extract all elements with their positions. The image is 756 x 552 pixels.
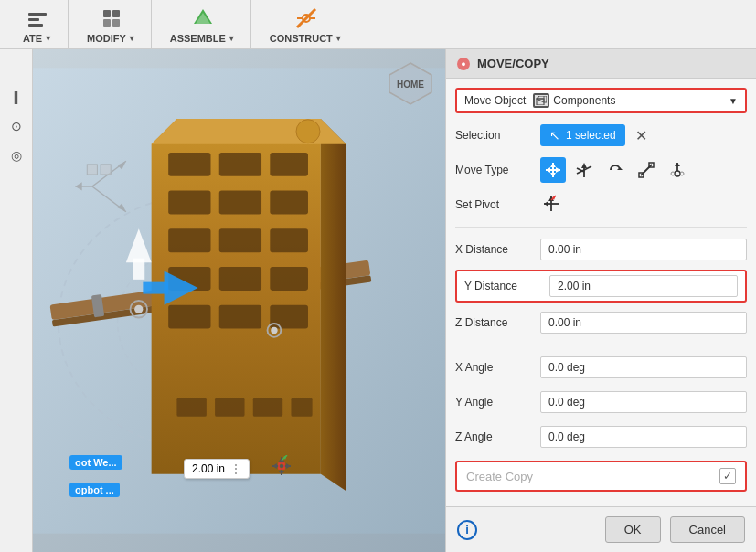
x-angle-input[interactable] (540, 356, 747, 378)
x-angle-row: X Angle (455, 353, 747, 382)
component-label-1[interactable]: oot We... (69, 455, 122, 470)
info-button[interactable]: i (457, 520, 477, 540)
move-object-row: Move Object Components ▼ (455, 88, 747, 113)
toolbar-group-create: ATE ▼ (7, 0, 69, 48)
move-type-rotate-button[interactable] (602, 157, 628, 183)
svg-marker-74 (550, 163, 556, 167)
svg-marker-94 (544, 201, 548, 207)
component-label-2[interactable]: opbot ... (69, 483, 120, 497)
z-distance-input[interactable] (540, 312, 747, 334)
set-pivot-label: Set Pivot (455, 198, 533, 211)
move-type-translate-button[interactable] (540, 157, 566, 183)
ate-icon (25, 5, 50, 31)
svg-rect-33 (168, 305, 210, 329)
panel-content: Move Object Components ▼ (446, 79, 756, 506)
svg-marker-75 (550, 173, 556, 177)
selection-count: 1 selected (566, 129, 616, 142)
z-angle-input[interactable] (540, 426, 747, 448)
sidebar-minus-icon[interactable]: — (4, 55, 29, 80)
viewport[interactable]: oot We... opbot ... 2.00 in ⋮ (33, 49, 445, 552)
y-angle-label: Y Angle (455, 396, 533, 409)
svg-rect-23 (270, 153, 308, 176)
svg-rect-4 (112, 10, 120, 17)
toolbar-btn-assemble[interactable]: ASSEMBLE ▼ (163, 2, 243, 48)
svg-rect-36 (176, 398, 206, 416)
y-distance-row: Y Distance (455, 270, 747, 303)
svg-rect-26 (270, 191, 308, 215)
panel-close-button[interactable]: ● (457, 58, 470, 70)
svg-marker-62 (286, 463, 291, 469)
y-distance-input[interactable] (549, 275, 738, 297)
panel-header: ● MOVE/COPY (446, 49, 756, 79)
move-type-component-button[interactable] (665, 157, 690, 183)
x-distance-input[interactable] (540, 239, 747, 260)
main-area: — ‖ ⊙ ◎ (0, 49, 756, 552)
selection-row: Selection ↖ 1 selected ✕ (455, 121, 747, 150)
sidebar-target-icon[interactable]: ⊙ (4, 113, 29, 139)
ate-label: ATE ▼ (23, 33, 52, 44)
clear-selection-button[interactable]: ✕ (633, 126, 651, 144)
x-distance-row: X Distance (455, 235, 747, 264)
toolbar-group-modify: MODIFY ▼ (72, 0, 152, 48)
move-type-label: Move Type (455, 164, 533, 176)
modify-arrow: ▼ (128, 34, 136, 43)
svg-point-48 (271, 327, 277, 334)
z-angle-row: Z Angle (455, 422, 747, 451)
modify-icon (99, 5, 124, 31)
svg-rect-27 (168, 228, 210, 252)
move-pivot-icon[interactable] (271, 455, 293, 482)
ate-arrow: ▼ (44, 34, 52, 43)
left-sidebar: — ‖ ⊙ ◎ (0, 49, 33, 552)
z-angle-label: Z Angle (455, 430, 533, 443)
assemble-label: ASSEMBLE ▼ (170, 33, 236, 44)
selection-badge[interactable]: ↖ 1 selected (540, 124, 625, 146)
svg-rect-21 (168, 153, 210, 176)
svg-rect-22 (219, 153, 261, 176)
sidebar-circle-icon[interactable]: ◎ (4, 143, 29, 168)
cursor-icon: ↖ (549, 128, 560, 143)
set-pivot-icon[interactable] (540, 193, 562, 218)
assemble-icon (190, 5, 216, 31)
y-angle-row: Y Angle (455, 387, 747, 417)
svg-rect-25 (219, 191, 261, 215)
toolbar-btn-construct[interactable]: CONSTRUCT ▼ (262, 2, 350, 48)
create-copy-row: Create Copy ✓ (455, 461, 747, 492)
svg-rect-35 (270, 305, 308, 329)
construct-icon (293, 5, 319, 31)
toolbar-btn-modify[interactable]: MODIFY ▼ (80, 2, 144, 48)
assemble-arrow: ▼ (228, 34, 236, 43)
y-angle-input[interactable] (540, 391, 747, 413)
toolbar-btn-ate[interactable]: ATE ▼ (15, 2, 60, 48)
svg-rect-38 (253, 398, 282, 416)
svg-rect-32 (270, 267, 308, 291)
modify-label: MODIFY ▼ (87, 33, 136, 44)
cancel-button[interactable]: Cancel (670, 516, 745, 543)
panel-title: MOVE/COPY (477, 57, 549, 70)
move-object-label: Move Object (464, 94, 526, 107)
svg-rect-1 (28, 18, 39, 21)
svg-rect-2 (28, 24, 43, 27)
component-dropdown[interactable]: Components ▼ (533, 93, 738, 108)
move-type-3d-button[interactable] (571, 157, 597, 183)
ok-button[interactable]: OK (605, 516, 661, 543)
svg-rect-42 (133, 259, 144, 280)
set-pivot-row: Set Pivot (455, 190, 747, 219)
nav-cube[interactable]: HOME (386, 58, 436, 111)
sidebar-lines-icon[interactable]: ‖ (4, 84, 29, 110)
create-copy-checkbox[interactable]: ✓ (719, 468, 736, 484)
move-type-scale-button[interactable] (634, 157, 659, 183)
svg-point-40 (296, 120, 320, 143)
distance-options-icon[interactable]: ⋮ (230, 462, 241, 475)
svg-rect-28 (219, 228, 261, 252)
svg-marker-88 (675, 163, 680, 166)
y-distance-label: Y Distance (464, 280, 542, 292)
svg-rect-29 (270, 228, 308, 252)
distance-label: 2.00 in ⋮ (184, 459, 250, 479)
svg-marker-76 (546, 167, 550, 173)
construct-arrow: ▼ (335, 34, 343, 43)
svg-rect-0 (28, 13, 47, 16)
divider-2 (455, 345, 747, 345)
svg-rect-3 (103, 10, 111, 17)
toolbar-group-construct: CONSTRUCT ▼ (255, 0, 357, 48)
move-type-icons (540, 157, 747, 183)
